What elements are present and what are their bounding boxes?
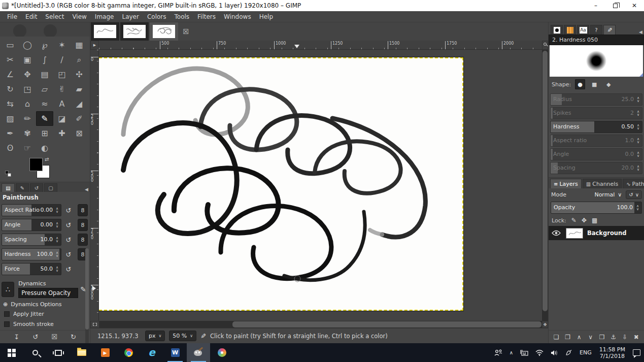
- reset-icon[interactable]: ↺: [63, 234, 74, 245]
- file-explorer-icon[interactable]: [70, 343, 93, 362]
- spin-down-icon[interactable]: ∨: [637, 100, 639, 103]
- menu-select[interactable]: Select: [41, 12, 68, 21]
- horizontal-scrollbar[interactable]: [99, 321, 542, 328]
- tool-scissors-select[interactable]: ✂: [2, 52, 19, 67]
- action-center-button[interactable]: [629, 343, 644, 362]
- touch-keyboard-icon[interactable]: [517, 343, 532, 362]
- layer-row-background[interactable]: Background: [549, 226, 644, 240]
- horizontal-scrollbar-thumb[interactable]: [232, 321, 541, 327]
- tool-flip[interactable]: ⇆: [2, 96, 19, 111]
- image-tab-1[interactable]: [91, 22, 119, 41]
- pointer-tab[interactable]: ?: [590, 25, 602, 35]
- tool-clone[interactable]: ⊞: [36, 126, 53, 141]
- slider-spinner[interactable]: ∧∨: [54, 205, 60, 216]
- spin-down-icon[interactable]: ∨: [56, 254, 58, 257]
- unit-dropdown[interactable]: px ∨: [145, 331, 165, 341]
- slider-spinner[interactable]: ∧∨: [54, 249, 60, 260]
- windows-ink-icon[interactable]: [562, 343, 576, 362]
- menu-image[interactable]: Image: [91, 12, 118, 21]
- fonts-tab[interactable]: Aa: [577, 25, 589, 35]
- tab-device-status[interactable]: ✎: [16, 183, 29, 192]
- tool-measure[interactable]: ∠: [2, 67, 19, 82]
- checkbox-apply-jitter[interactable]: Apply Jitter: [0, 309, 90, 319]
- quick-mask-button[interactable]: [90, 321, 99, 328]
- tool-select-by-color[interactable]: ▦: [71, 38, 88, 52]
- tool-dodge-burn[interactable]: ◐: [36, 141, 53, 155]
- tab-channels[interactable]: ▥Channels: [583, 179, 622, 188]
- dock-menu-icon[interactable]: ◀: [85, 187, 88, 192]
- image-tab-2[interactable]: [120, 22, 149, 41]
- shape-square[interactable]: ■: [589, 79, 599, 89]
- menu-view[interactable]: View: [68, 12, 90, 21]
- chrome-icon[interactable]: [117, 343, 140, 362]
- lock-alpha-icon[interactable]: ▩: [592, 217, 597, 224]
- slider-spacing[interactable]: Spacing10.0∧∨: [2, 234, 61, 246]
- delete-layer-button[interactable]: ✖: [631, 334, 641, 341]
- tab-images[interactable]: ▢: [44, 183, 57, 192]
- delete-options-button[interactable]: ☒: [48, 333, 60, 341]
- shape-circle[interactable]: ●: [575, 79, 585, 89]
- tool-perspective[interactable]: ▰: [71, 82, 88, 96]
- reset-options-button[interactable]: ↻: [67, 333, 79, 341]
- vertical-scrollbar[interactable]: [542, 50, 548, 321]
- zoom-dropdown[interactable]: 50 % ∨: [169, 331, 196, 341]
- spin-down-icon[interactable]: ∨: [637, 168, 639, 171]
- slider-spinner[interactable]: ∧∨: [635, 121, 641, 133]
- menu-windows[interactable]: Windows: [220, 12, 255, 21]
- menu-colors[interactable]: Colors: [143, 12, 171, 21]
- tab-tool-options[interactable]: ▤: [2, 183, 15, 192]
- tool-paths[interactable]: ∫: [36, 52, 53, 67]
- tool-cage-transform[interactable]: ⌂: [19, 96, 36, 111]
- close-button[interactable]: ✕: [625, 0, 644, 11]
- minimize-button[interactable]: –: [586, 0, 605, 11]
- slider-spinner[interactable]: ∧∨: [54, 219, 60, 231]
- menu-filters[interactable]: Filters: [193, 12, 220, 21]
- swap-colors-icon[interactable]: ⇄: [45, 156, 49, 162]
- brushes-tab[interactable]: [551, 25, 563, 35]
- tool-smudge[interactable]: ☞: [19, 141, 36, 155]
- slider-spinner[interactable]: ∧∨: [635, 149, 641, 160]
- reset-icon[interactable]: ↺: [63, 205, 74, 216]
- slider-angle[interactable]: Angle0.00∧∨: [2, 219, 61, 231]
- tool-rotate[interactable]: ↻: [2, 82, 19, 96]
- pressure-link-icon[interactable]: 8: [78, 204, 88, 216]
- pressure-link-icon[interactable]: 8: [78, 219, 88, 231]
- gimp-icon[interactable]: [187, 343, 210, 362]
- vertical-ruler[interactable]: 02 5 05 0 07 5 01 0 0 0: [90, 50, 99, 321]
- tool-handle-transform[interactable]: ✌: [53, 82, 71, 96]
- tool-ellipse-select[interactable]: ◯: [19, 38, 36, 52]
- spin-down-icon[interactable]: ∨: [56, 240, 58, 243]
- checkbox-smooth-stroke[interactable]: Smooth stroke: [0, 319, 90, 329]
- lower-layer-button[interactable]: ∨: [586, 334, 596, 341]
- save-options-button[interactable]: ↧: [11, 333, 23, 341]
- spin-down-icon[interactable]: ∨: [637, 154, 639, 157]
- dynamics-icon[interactable]: ∴: [2, 282, 14, 297]
- slider-force[interactable]: Force50.0∧∨: [2, 263, 61, 275]
- search-button[interactable]: [23, 343, 47, 362]
- spin-down-icon[interactable]: ∨: [56, 269, 58, 272]
- tool-alignment[interactable]: ▤: [36, 67, 53, 82]
- ruler-corner-button[interactable]: ▶: [90, 41, 99, 50]
- task-view-button[interactable]: [47, 343, 70, 362]
- slider-spinner[interactable]: ∧∨: [635, 94, 641, 105]
- shape-diamond[interactable]: ◆: [603, 79, 614, 89]
- tool-foreground-select[interactable]: ▣: [19, 52, 36, 67]
- slider-spinner[interactable]: ∧∨: [635, 162, 641, 174]
- menu-help[interactable]: Help: [255, 12, 277, 21]
- slider-spinner[interactable]: ∧∨: [54, 234, 60, 245]
- brush-editor-tab[interactable]: ✎: [603, 25, 616, 35]
- reset-icon[interactable]: ↺: [63, 249, 74, 260]
- canvas-viewport[interactable]: [99, 50, 542, 321]
- clock[interactable]: 11:58 PM 7/1/2018: [595, 343, 629, 362]
- tool-rectangle-select[interactable]: ▭: [2, 38, 19, 52]
- resize-grip-icon[interactable]: [639, 73, 643, 77]
- mode-dropdown[interactable]: Normal ∨: [592, 190, 624, 199]
- tool-ink[interactable]: ✒: [2, 126, 19, 141]
- anchor-layer-button[interactable]: ⚓: [608, 334, 619, 341]
- vertical-scrollbar-thumb[interactable]: [543, 51, 548, 311]
- zoom-follow-window-button[interactable]: [542, 41, 548, 50]
- movies-tv-icon[interactable]: ▶: [93, 343, 117, 362]
- reset-icon[interactable]: ↺: [63, 219, 74, 231]
- lock-pixels-icon[interactable]: ✎: [571, 217, 577, 224]
- internet-explorer-icon[interactable]: e: [140, 343, 163, 362]
